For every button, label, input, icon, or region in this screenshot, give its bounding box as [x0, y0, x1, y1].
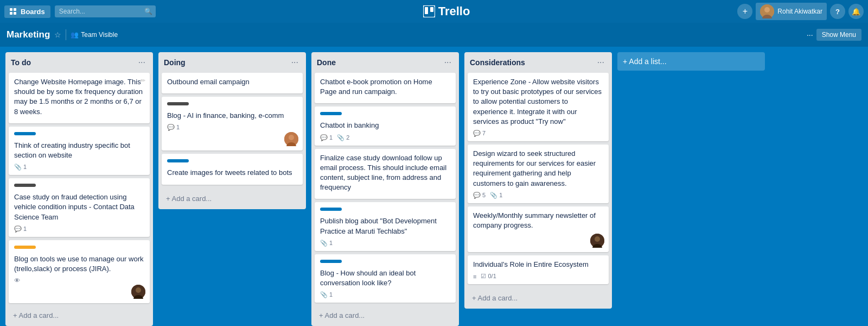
- card-meta: 📎 1: [14, 164, 144, 171]
- card-label: [14, 184, 36, 187]
- card-meta: ≡ ☑ 0/1: [473, 273, 603, 280]
- card-cons-1[interactable]: Experience Zone - Allow website visitors…: [468, 73, 609, 141]
- card-meta: 💬 5📎 1: [473, 192, 603, 199]
- card-meta-item: 👁: [14, 277, 20, 284]
- card-meta-item: 📎 1: [320, 291, 333, 298]
- avatar-woman: [284, 132, 298, 146]
- card-doing-1[interactable]: Outbound email campaign: [162, 73, 303, 93]
- search-icon: 🔍: [144, 8, 152, 15]
- card-cons-4[interactable]: Individual's Role in Entire Ecosystem ≡ …: [468, 255, 609, 284]
- list-menu-button[interactable]: ···: [442, 57, 454, 68]
- boards-button[interactable]: Boards: [4, 5, 50, 18]
- team-visible-label: Team Visible: [81, 31, 118, 39]
- add-button[interactable]: +: [737, 4, 752, 19]
- show-menu-dots: ···: [807, 30, 813, 39]
- card-text: Individual's Role in Entire Ecosystem: [473, 260, 603, 269]
- card-meta-item: 📎 1: [14, 164, 27, 171]
- list-doing: Doing ··· Outbound email campaign Blog -…: [158, 52, 306, 209]
- card-text: Outbound email campaign: [167, 77, 297, 87]
- add-list-container[interactable]: + Add a list...: [617, 52, 765, 71]
- card-meta-item: 💬 1: [14, 225, 27, 233]
- card-text: Blog - AI in finance, banking, e-comm: [167, 111, 297, 121]
- card-label: [167, 102, 189, 105]
- user-avatar: [760, 4, 774, 18]
- list-cards-done: Chatbot e-book promotion on Home Page an…: [311, 73, 459, 305]
- list-todo: To do ··· ✏ Change Website Homepage imag…: [5, 52, 153, 326]
- nav-right: + Rohit Akiwatkar ? 🔔: [737, 3, 864, 20]
- card-done-3[interactable]: Finalize case study download follow up e…: [315, 149, 456, 199]
- card-label: [14, 132, 36, 135]
- list-menu-button[interactable]: ···: [289, 57, 301, 68]
- list-menu-button[interactable]: ···: [595, 57, 607, 68]
- add-card-button[interactable]: + Add a card...: [162, 191, 303, 206]
- card-cons-3[interactable]: Weekly/Monthly summary newsletter of com…: [468, 206, 609, 252]
- trello-logo: Trello: [423, 4, 470, 18]
- svg-point-7: [136, 287, 141, 293]
- avatar-rohit: [590, 234, 604, 248]
- list-menu-button[interactable]: ···: [136, 57, 148, 68]
- star-icon[interactable]: ☆: [54, 30, 61, 39]
- card-meta-item: 💬 5: [473, 192, 486, 199]
- card-meta: 📎 1: [320, 291, 450, 298]
- list-footer: + Add a card...: [158, 188, 306, 209]
- list-title: Doing: [164, 58, 186, 67]
- card-todo-2[interactable]: Think of creating industry specific bot …: [9, 127, 150, 175]
- svg-point-10: [289, 135, 294, 140]
- list-done: Done ··· Chatbot e-book promotion on Hom…: [311, 52, 459, 326]
- list-footer: + Add a card...: [311, 305, 459, 326]
- card-done-2[interactable]: Chatbot in banking 💬 1📎 2: [315, 106, 456, 145]
- trello-logo-text: Trello: [438, 4, 470, 18]
- people-icon: 👥: [71, 31, 79, 39]
- top-nav: Boards 🔍 Trello + Rohit Akiwatkar: [0, 0, 868, 23]
- card-todo-1[interactable]: ✏ Change Website Homepage image. This sh…: [9, 73, 150, 123]
- card-meta: 💬 7: [473, 130, 603, 137]
- card-text: Think of creating industry specific bot …: [14, 141, 144, 160]
- search-input[interactable]: [55, 5, 156, 17]
- user-avatar-svg: [760, 4, 774, 18]
- card-text: Publish blog about "Bot Development Prac…: [320, 216, 450, 236]
- card-meta-item: 📎 1: [490, 192, 502, 199]
- card-done-5[interactable]: Blog - How should an ideal bot conversat…: [315, 254, 456, 303]
- list-title: Done: [317, 58, 336, 67]
- nav-center: Trello: [160, 4, 733, 18]
- card-label: [320, 112, 342, 115]
- list-cards-considerations: Experience Zone - Allow website visitors…: [464, 73, 612, 287]
- notifications-button[interactable]: 🔔: [848, 4, 864, 19]
- search-container: 🔍: [55, 5, 156, 17]
- card-todo-4[interactable]: Blog on tools we use to manage our work …: [9, 240, 150, 303]
- list-header: Done ···: [311, 52, 459, 73]
- add-card-button[interactable]: + Add a card...: [9, 308, 150, 323]
- card-label: [167, 159, 189, 162]
- user-menu-button[interactable]: Rohit Akiwatkar: [756, 3, 827, 20]
- card-doing-2[interactable]: Blog - AI in finance, banking, e-comm 💬 …: [162, 97, 303, 151]
- card-text: Design wizard to seek structured require…: [473, 149, 603, 189]
- card-todo-3[interactable]: Case study on fraud detection using vehi…: [9, 178, 150, 237]
- list-cards-doing: Outbound email campaign Blog - AI in fin…: [158, 73, 306, 188]
- add-card-button[interactable]: + Add a card...: [468, 291, 609, 305]
- show-menu-button[interactable]: Show Menu: [816, 29, 861, 41]
- card-text: Weekly/Monthly summary newsletter of com…: [473, 211, 603, 230]
- board-title: Marketing: [7, 29, 50, 40]
- card-meta: 📎 1: [320, 240, 450, 247]
- card-meta-item: 💬 1: [167, 124, 180, 131]
- card-done-1[interactable]: Chatbot e-book promotion on Home Page an…: [315, 73, 456, 103]
- add-card-button[interactable]: + Add a card...: [315, 308, 456, 323]
- card-meta: 💬 1📎 2: [320, 134, 450, 141]
- card-done-4[interactable]: Publish blog about "Bot Development Prac…: [315, 202, 456, 250]
- card-cons-2[interactable]: Design wizard to seek structured require…: [468, 145, 609, 203]
- add-list-button[interactable]: + Add a list...: [623, 57, 667, 66]
- card-text: Chatbot e-book promotion on Home Page an…: [320, 77, 450, 97]
- card-doing-3[interactable]: Create images for tweets related to bots: [162, 154, 303, 184]
- card-text: Case study on fraud detection using vehi…: [14, 192, 144, 222]
- team-visible: 👥 Team Visible: [71, 31, 118, 39]
- sub-nav-right: ··· Show Menu: [807, 29, 861, 41]
- list-cards-todo: ✏ Change Website Homepage image. This sh…: [5, 73, 153, 305]
- edit-icon: ✏: [141, 77, 145, 84]
- card-meta: 💬 1: [167, 124, 297, 131]
- board-content: To do ··· ✏ Change Website Homepage imag…: [0, 47, 868, 326]
- list-footer: + Add a card...: [464, 287, 612, 309]
- card-meta: 👁: [14, 277, 144, 284]
- avatar-rohit: [131, 285, 145, 299]
- info-button[interactable]: ?: [830, 4, 845, 19]
- card-text: Change Website Homepage image. This shou…: [14, 77, 144, 117]
